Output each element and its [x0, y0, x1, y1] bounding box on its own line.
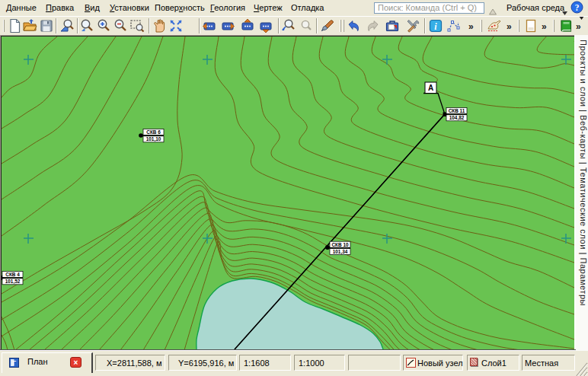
svg-text:Г: Г — [12, 359, 16, 367]
svg-text:»: » — [507, 21, 512, 32]
svg-text:СКВ 4: СКВ 4 — [5, 272, 20, 277]
svg-text:СКВ 10: СКВ 10 — [331, 242, 348, 247]
svg-text:СКВ 11: СКВ 11 — [449, 108, 465, 113]
svg-text:»: » — [468, 21, 474, 32]
svg-text:101,52: 101,52 — [5, 279, 21, 285]
svg-text:СКВ 6: СКВ 6 — [146, 129, 161, 135]
svg-text:101,10: 101,10 — [146, 136, 161, 142]
svg-text:104,82: 104,82 — [449, 115, 465, 121]
svg-text:А: А — [428, 84, 433, 92]
svg-text:»: » — [542, 21, 547, 32]
svg-text:101,34: 101,34 — [333, 249, 348, 255]
svg-text:»: » — [576, 21, 581, 32]
